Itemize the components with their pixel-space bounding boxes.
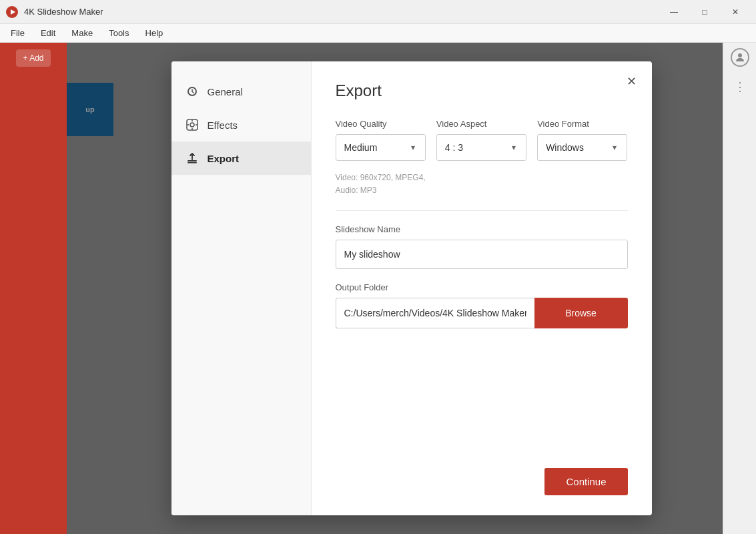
minimize-button[interactable]: — (659, 0, 689, 24)
svg-rect-9 (187, 162, 197, 164)
svg-rect-8 (187, 160, 197, 162)
menu-edit[interactable]: Edit (33, 25, 63, 41)
output-folder-group: Output Folder Browse (336, 282, 628, 328)
dialog-close-button[interactable]: ✕ (623, 72, 641, 91)
menu-tools[interactable]: Tools (101, 25, 137, 41)
right-icon-settings[interactable]: ⋮ (731, 77, 749, 96)
dialog-title: Export (336, 81, 628, 100)
modal-overlay: General (67, 43, 756, 534)
video-info-line1: Video: 960x720, MPEG4, (336, 172, 628, 184)
dialog-footer: Continue (336, 455, 628, 495)
slideshow-name-group: Slideshow Name (336, 224, 628, 269)
dialog-sidebar: General (171, 61, 312, 515)
general-icon (185, 84, 200, 99)
add-button[interactable]: + Add (16, 49, 50, 67)
close-window-button[interactable]: ✕ (720, 0, 751, 24)
maximize-button[interactable]: □ (689, 0, 720, 24)
right-icon-user[interactable] (731, 48, 749, 67)
video-aspect-select[interactable]: 4 : 3 ▾ (436, 134, 526, 161)
video-info-line2: Audio: MP3 (336, 184, 628, 197)
video-aspect-arrow: ▾ (502, 135, 526, 160)
nav-item-export[interactable]: Export (171, 142, 311, 175)
menu-help[interactable]: Help (137, 25, 171, 41)
dialog-content: ✕ Export Video Quality Medium ▾ (312, 61, 652, 515)
video-aspect-label: Video Aspect (436, 119, 526, 129)
svg-point-10 (738, 53, 742, 57)
video-quality-select[interactable]: Medium ▾ (336, 134, 426, 161)
effects-icon (185, 117, 200, 132)
menu-make[interactable]: Make (63, 25, 101, 41)
export-icon (185, 151, 200, 166)
nav-item-effects[interactable]: Effects (171, 108, 311, 142)
divider (336, 210, 628, 211)
video-format-value: Windows (538, 142, 603, 153)
nav-export-label: Export (208, 153, 240, 164)
window-controls: — □ ✕ (659, 0, 751, 24)
app-body: + Add up (0, 43, 756, 534)
svg-point-3 (190, 123, 194, 127)
slideshow-name-label: Slideshow Name (336, 224, 628, 234)
video-quality-arrow: ▾ (401, 135, 425, 160)
video-aspect-group: Video Aspect 4 : 3 ▾ (436, 119, 526, 161)
nav-item-general[interactable]: General (171, 75, 311, 108)
video-aspect-value: 4 : 3 (437, 142, 502, 153)
video-format-label: Video Format (537, 119, 627, 129)
output-folder-label: Output Folder (336, 282, 628, 292)
titlebar: 4K Slideshow Maker — □ ✕ (0, 0, 756, 24)
video-format-arrow: ▾ (603, 135, 627, 160)
video-format-select[interactable]: Windows ▾ (537, 134, 627, 161)
folder-row: Browse (336, 298, 628, 328)
video-quality-label: Video Quality (336, 119, 426, 129)
slideshow-name-input[interactable] (336, 240, 628, 269)
app-title: 4K Slideshow Maker (24, 7, 659, 17)
video-settings-row: Video Quality Medium ▾ Video Aspect 4 : … (336, 119, 628, 161)
menubar: File Edit Make Tools Help (0, 24, 756, 43)
nav-effects-label: Effects (208, 119, 238, 131)
video-info: Video: 960x720, MPEG4, Audio: MP3 (336, 172, 628, 197)
video-quality-value: Medium (336, 142, 401, 153)
output-folder-input[interactable] (336, 298, 534, 328)
nav-general-label: General (208, 86, 243, 97)
video-quality-group: Video Quality Medium ▾ (336, 119, 426, 161)
app-main: up General (67, 43, 756, 534)
app-right-icons: ⋮ (723, 43, 756, 534)
app-icon (5, 5, 19, 19)
menu-file[interactable]: File (3, 25, 33, 41)
export-dialog: General (171, 61, 652, 515)
browse-button[interactable]: Browse (534, 298, 628, 328)
video-format-group: Video Format Windows ▾ (537, 119, 627, 161)
continue-button[interactable]: Continue (544, 468, 627, 495)
app-sidebar: + Add (0, 43, 67, 534)
